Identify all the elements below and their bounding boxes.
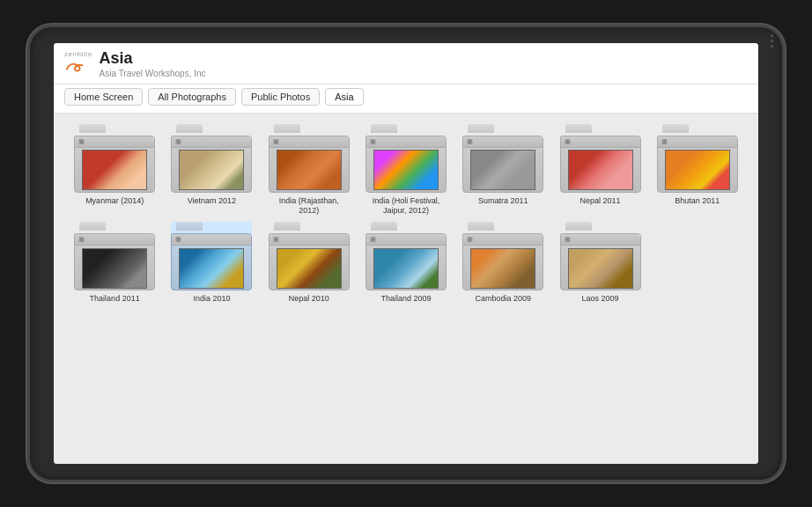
folder-indicator: ▣ [565,138,571,145]
folder-label-thailand11: Thailand 2011 [90,294,140,304]
folder-india2010[interactable]: ▣ India 2010 [165,222,258,304]
tab-all-photographs[interactable]: All Photographs [148,88,236,106]
folder-tab [468,124,494,133]
tab-home-screen[interactable]: Home Screen [64,88,143,106]
folder-indicator: ▣ [175,138,181,145]
folder-thumbnail-india-holi [373,150,439,190]
folder-container-nepal2010: ▣ [269,222,350,290]
folder-body: ▣ [269,136,350,193]
folder-bhutan[interactable]: ▣ Bhutan 2011 [651,124,744,216]
folder-myanmar[interactable]: ▣ Myanmar (2014) [68,124,161,216]
folder-container-india-raj: ▣ [269,124,350,193]
folder-tab [371,222,397,231]
folder-thumbnail-nepal [568,150,633,190]
folder-tab [565,222,592,231]
folder-cambodia[interactable]: ▣ Cambodia 2009 [456,222,550,304]
folder-label-vietnam: Vietnam 2012 [188,196,236,206]
folder-label-cambodia: Cambodia 2009 [476,294,532,304]
folder-thumbnail-myanmar [82,150,147,190]
folder-body: ▣ [74,136,155,193]
folder-thumbnail-india-raj [277,150,342,190]
folder-thumbnail-cambodia [470,248,535,289]
folder-indicator: ▣ [370,138,376,145]
folder-thumbnail-laos [568,248,633,289]
folder-thumbnail-thailand09 [373,248,439,289]
tab-public-photos[interactable]: Public Photos [241,88,320,106]
folder-nepal[interactable]: ▣ Nepal 2011 [553,124,646,216]
folder-nepal2010[interactable]: ▣ Nepal 2010 [262,222,356,304]
folder-container-laos: ▣ [560,222,641,290]
folder-label-india-raj: India (Rajasthan, 2012) [269,196,350,216]
folder-thumbnail-india2010 [179,248,244,289]
folder-india-holi[interactable]: ▣ India (Holi Festival, Jaipur, 2012) [359,124,453,216]
folder-laos[interactable]: ▣ Laos 2009 [553,222,646,304]
folder-thailand09[interactable]: ▣ Thailand 2009 [359,222,453,304]
folder-body: ▣ [462,136,543,193]
logo-swirl-icon [64,60,84,72]
zenfolio-logo: zenfolio [64,50,92,58]
folder-indicator: ▣ [273,236,279,243]
folder-body: ▣ [560,136,641,193]
header-title-area: Asia Asia Travel Workshops, Inc [100,50,748,78]
page-title: Asia [100,50,748,68]
folder-indicator: ▣ [273,138,279,145]
folder-body: ▣ [462,233,543,290]
folder-thumbnail-bhutan [665,150,730,190]
folder-container-bhutan: ▣ [657,124,738,193]
folder-body: ▣ [365,233,447,290]
folder-india-raj[interactable]: ▣ India (Rajasthan, 2012) [262,124,356,216]
folder-tab [662,124,689,133]
folder-thailand11[interactable]: ▣ Thailand 2011 [68,222,161,304]
folder-thumbnail-vietnam [179,150,244,190]
folder-label-thailand09: Thailand 2009 [380,294,431,304]
folder-tab [565,124,592,133]
tablet-frame: zenfolio Asia Asia Travel Workshops, Inc… [27,25,785,482]
folder-label-sumatra: Sumatra 2011 [478,196,528,206]
folder-thumbnail-nepal2010 [277,248,342,289]
breadcrumb-nav: Home Screen All Photographs Public Photo… [54,84,758,114]
main-content: ▣ Myanmar (2014) ▣ Vietnam 2012 [54,114,758,464]
folder-label-india-holi: India (Holi Festival, Jaipur, 2012) [365,196,447,216]
folder-sumatra[interactable]: ▣ Sumatra 2011 [456,124,550,216]
folder-indicator: ▣ [175,236,181,243]
folder-tab [274,124,300,133]
folder-vietnam[interactable]: ▣ Vietnam 2012 [165,124,258,216]
folder-tab [274,222,300,231]
folder-indicator: ▣ [467,236,473,243]
folder-indicator: ▣ [78,236,85,243]
folder-body: ▣ [171,136,252,193]
folder-tab [79,124,106,133]
folder-container-thailand09: ▣ [365,222,447,290]
folder-tab [176,222,203,231]
folder-container-india2010: ▣ [171,222,252,290]
folder-tab [468,222,494,231]
folder-tab [371,124,397,133]
folder-thumbnail-sumatra [470,150,535,190]
folder-label-nepal: Nepal 2011 [580,196,621,206]
folder-label-myanmar: Myanmar (2014) [85,196,144,206]
folder-body: ▣ [171,233,252,290]
tab-asia[interactable]: Asia [325,88,363,106]
folder-indicator: ▣ [565,236,571,243]
folder-indicator: ▣ [661,138,668,145]
app-header: zenfolio Asia Asia Travel Workshops, Inc [54,43,758,84]
folder-container-cambodia: ▣ [462,222,543,290]
folder-body: ▣ [269,233,350,290]
tablet-screen: zenfolio Asia Asia Travel Workshops, Inc… [54,43,758,464]
folder-container-sumatra: ▣ [462,124,543,193]
folder-label-india2010: India 2010 [193,294,230,304]
folder-container-vietnam: ▣ [171,124,252,193]
folder-thumbnail-thailand11 [82,248,147,289]
folder-label-bhutan: Bhutan 2011 [675,196,720,206]
logo-area: zenfolio [64,50,92,72]
folder-label-nepal2010: Nepal 2010 [289,294,329,304]
folder-indicator: ▣ [78,138,85,145]
folder-container-india-holi: ▣ [365,124,447,193]
folder-indicator: ▣ [370,236,376,243]
folder-container-thailand11: ▣ [74,222,155,290]
folder-tab [79,222,106,231]
folder-container-myanmar: ▣ [74,124,155,193]
folder-tab [176,124,203,133]
folder-body: ▣ [657,136,738,193]
folder-label-laos: Laos 2009 [582,294,619,304]
